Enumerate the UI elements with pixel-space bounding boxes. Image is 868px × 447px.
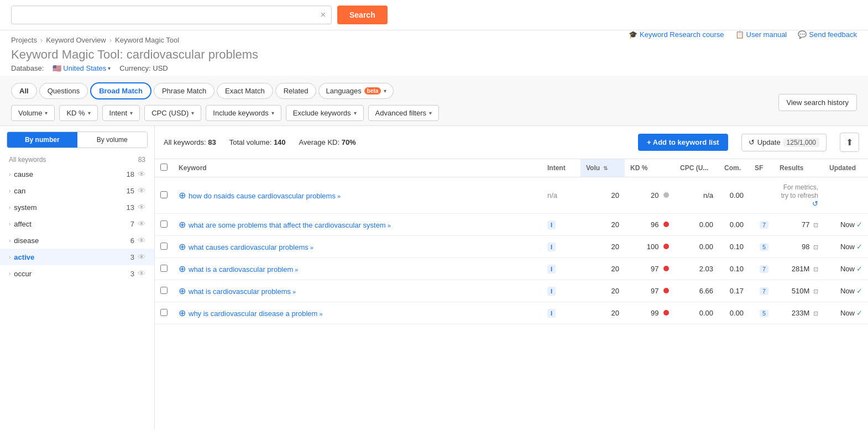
kd-dot-icon <box>663 222 669 227</box>
sidebar-item-can[interactable]: › can 15 👁 <box>0 182 154 199</box>
row-checkbox[interactable] <box>160 309 168 316</box>
check-icon: ✓ <box>856 265 862 273</box>
add-keyword-plus[interactable]: ⊕ <box>179 191 186 200</box>
arrows-icon: » <box>292 288 296 295</box>
table-row: ⊕how do nsaids cause cardiovascular prob… <box>155 177 868 214</box>
keyword-link[interactable]: what is a cardiovascular problem» <box>189 265 298 274</box>
tab-all[interactable]: All <box>11 83 37 99</box>
sf-cell: 7 <box>749 258 774 280</box>
add-keyword-plus[interactable]: ⊕ <box>179 286 186 296</box>
add-to-keyword-list-button[interactable]: + Add to keyword list <box>638 134 728 151</box>
chevron-down-icon: ▾ <box>384 88 386 94</box>
sidebar-item-occur[interactable]: › occur 3 👁 <box>0 265 154 282</box>
exclude-keywords-filter[interactable]: Exclude keywords ▾ <box>286 105 364 121</box>
languages-button[interactable]: Languages beta ▾ <box>318 83 394 99</box>
eye-icon[interactable]: 👁 <box>138 203 145 212</box>
kd-filter[interactable]: KD % ▾ <box>59 105 97 121</box>
chevron-down-icon: ▾ <box>271 110 274 116</box>
row-checkbox[interactable] <box>160 191 168 198</box>
tab-questions[interactable]: Questions <box>39 83 88 99</box>
intent-filter[interactable]: Intent ▾ <box>102 105 140 121</box>
intent-badge: I <box>547 287 556 296</box>
breadcrumb-projects[interactable]: Projects <box>11 36 37 44</box>
include-keywords-filter[interactable]: Include keywords ▾ <box>206 105 281 121</box>
updated-cell: Now✓ <box>824 214 868 236</box>
chevron-down-icon: ▾ <box>429 110 432 116</box>
search-button[interactable]: Search <box>337 6 388 24</box>
row-checkbox[interactable] <box>160 220 168 228</box>
results-cell: 77 ⊡ <box>774 214 824 236</box>
sidebar-item-system[interactable]: › system 13 👁 <box>0 199 154 215</box>
com-cell: 0.10 <box>719 258 749 280</box>
row-checkbox[interactable] <box>160 265 168 272</box>
kd-dot-icon <box>663 310 669 315</box>
breadcrumb-keyword-magic-tool[interactable]: Keyword Magic Tool <box>115 36 179 44</box>
col-header-com[interactable]: Com. <box>719 159 749 177</box>
kd-cell: 20 <box>625 177 674 214</box>
chevron-down-icon: ▾ <box>45 110 48 116</box>
row-checkbox[interactable] <box>160 243 168 250</box>
tab-phrase-match[interactable]: Phrase Match <box>154 83 215 99</box>
export-button[interactable]: ⬆ <box>840 133 859 152</box>
database-country-link[interactable]: 🇺🇸 United States ▾ <box>53 64 111 72</box>
col-header-results[interactable]: Results <box>774 159 824 177</box>
add-keyword-plus[interactable]: ⊕ <box>179 220 186 229</box>
tab-related[interactable]: Related <box>275 83 317 99</box>
sf-badge: 5 <box>760 309 768 317</box>
chevron-right-icon: › <box>9 271 11 277</box>
sidebar-header: All keywords 83 <box>0 154 154 166</box>
eye-icon[interactable]: 👁 <box>138 269 145 278</box>
tab-exact-match[interactable]: Exact Match <box>217 83 273 99</box>
sidebar-item-active[interactable]: › active 3 👁 <box>0 249 154 265</box>
sidebar-item-disease[interactable]: › disease 6 👁 <box>0 232 154 249</box>
sidebar: By number By volume All keywords 83 › ca… <box>0 126 155 429</box>
updated-cell: Now✓ <box>824 302 868 324</box>
eye-icon[interactable]: 👁 <box>138 253 145 261</box>
add-keyword-plus[interactable]: ⊕ <box>179 242 186 251</box>
keyword-link[interactable]: how do nsaids cause cardiovascular probl… <box>189 192 341 200</box>
refresh-icon[interactable]: ↺ <box>812 199 818 208</box>
sf-badge: 7 <box>760 287 768 295</box>
eye-icon[interactable]: 👁 <box>138 186 145 195</box>
view-search-history-button[interactable]: View search history <box>778 94 857 111</box>
by-volume-toggle[interactable]: By volume <box>77 132 148 148</box>
filter-row: Volume ▾ KD % ▾ Intent ▾ CPC (USD) ▾ Inc… <box>11 105 857 121</box>
by-number-toggle[interactable]: By number <box>7 132 77 148</box>
row-checkbox[interactable] <box>160 287 168 294</box>
keyword-link[interactable]: what are some problems that affect the c… <box>189 221 391 229</box>
update-button[interactable]: ↺ Update 125/1,000 <box>741 134 827 151</box>
eye-icon[interactable]: 👁 <box>138 170 145 178</box>
col-header-cpc[interactable]: CPC (U... <box>674 159 719 177</box>
keyword-link[interactable]: why is cardiovascular disease a problem» <box>189 309 323 318</box>
advanced-filters-filter[interactable]: Advanced filters ▾ <box>368 105 440 121</box>
clear-icon[interactable]: × <box>321 10 326 19</box>
eye-icon[interactable]: 👁 <box>138 236 145 245</box>
keyword-link[interactable]: what causes cardiovascular problems» <box>189 243 313 251</box>
select-all-checkbox[interactable] <box>160 164 168 171</box>
chevron-down-icon: ▾ <box>108 65 111 71</box>
kd-cell: 99 <box>625 302 674 324</box>
sidebar-view-toggle: By number By volume <box>7 132 148 148</box>
col-header-updated[interactable]: Updated <box>824 159 868 177</box>
breadcrumb-keyword-overview[interactable]: Keyword Overview <box>46 36 106 44</box>
search-input[interactable]: cardiovascular problems <box>12 6 331 24</box>
sidebar-item-affect[interactable]: › affect 7 👁 <box>0 215 154 232</box>
com-cell: 0.00 <box>719 214 749 236</box>
table-row: ⊕what is cardiovascular problems»I2097 6… <box>155 280 868 302</box>
tab-broad-match[interactable]: Broad Match <box>90 82 151 99</box>
cpc-filter[interactable]: CPC (USD) ▾ <box>144 105 201 121</box>
col-header-kd[interactable]: KD % <box>625 159 674 177</box>
keyword-link[interactable]: what is cardiovascular problems» <box>189 287 296 296</box>
chevron-right-icon: › <box>9 238 11 244</box>
volume-filter[interactable]: Volume ▾ <box>11 105 55 121</box>
volume-cell: 20 <box>581 280 625 302</box>
col-header-sf[interactable]: SF <box>749 159 774 177</box>
col-header-volume[interactable]: Volu ⇅ <box>581 159 625 177</box>
results-cell: 281M ⊡ <box>774 258 824 280</box>
volume-cell: 20 <box>581 177 625 214</box>
add-keyword-plus[interactable]: ⊕ <box>179 308 186 318</box>
eye-icon[interactable]: 👁 <box>138 219 145 228</box>
table-summary-row: All keywords: 83 Total volume: 140 Avera… <box>155 126 868 159</box>
sidebar-item-cause[interactable]: › cause 18 👁 <box>0 166 154 182</box>
add-keyword-plus[interactable]: ⊕ <box>179 264 186 274</box>
